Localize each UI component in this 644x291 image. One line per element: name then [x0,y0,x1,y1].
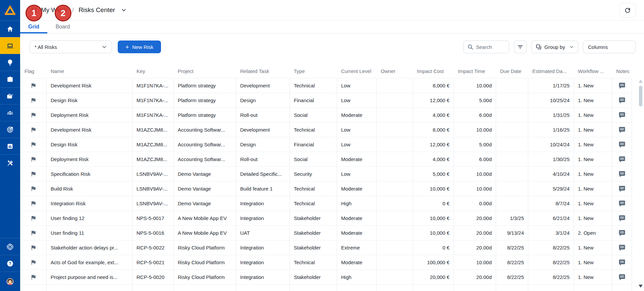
column-header-workflow[interactable]: Workflow ... [574,68,612,74]
cell-current-level: Moderate [337,181,377,196]
filter-button[interactable] [514,41,527,53]
notes-cell[interactable] [612,123,632,137]
table-row[interactable]: User finding 11NPS-5-0016A New Mobile Ap… [20,225,632,240]
sidebar-item-projects[interactable] [0,87,20,104]
cell-key: NPS-5-0017 [132,211,174,225]
table-row[interactable]: Acts of God for example, ext...RCP-5-002… [20,255,632,270]
flag-cell[interactable] [20,270,47,284]
cell-related-task: Integration [236,196,290,211]
flag-icon [30,127,37,133]
sidebar-item-my-work[interactable] [0,37,20,54]
column-header-name[interactable]: Name [47,68,132,74]
column-header-related-task[interactable]: Related Task [236,68,290,74]
flag-cell[interactable] [20,78,47,93]
sidebar-item-profile[interactable] [0,272,20,291]
cell-empty [236,285,290,291]
table-row[interactable]: Integration RiskLSNBV9AV-...Demo Vantage… [20,196,632,211]
column-header-project[interactable]: Project [174,68,236,74]
notes-cell[interactable] [612,108,632,122]
app-logo-icon[interactable] [0,0,20,20]
search-input[interactable]: Search [463,41,509,53]
sidebar-item-portfolio[interactable] [0,71,20,87]
column-header-type[interactable]: Type [290,68,337,74]
notes-cell[interactable] [612,270,632,284]
tab-grid[interactable]: Grid [20,20,47,33]
cell-impact-time: 20.00d [454,211,496,225]
columns-button[interactable]: Columns [583,41,636,53]
column-header-impact-cost[interactable]: Impact Cost [413,68,454,74]
notes-cell[interactable] [612,255,632,270]
flag-cell[interactable] [20,152,47,166]
flag-cell[interactable] [20,137,47,152]
flag-cell[interactable] [20,196,47,211]
notes-cell[interactable] [612,152,632,166]
notes-cell[interactable] [612,240,632,255]
sidebar-item-goals[interactable] [0,121,20,138]
column-header-flag[interactable]: Flag [20,68,47,74]
notes-cell[interactable] [612,181,632,196]
column-header-current-level[interactable]: Current Level [337,68,377,74]
scroll-down-arrow-icon[interactable] [639,285,643,288]
table-row[interactable]: Development RiskM1AZCJM8...Accounting So… [20,122,632,137]
table-row[interactable]: Deployment RiskM1F1N7KA-...Platform stra… [20,107,632,122]
cell-type: Stakeholder [290,270,337,284]
sidebar-item-ideas[interactable] [0,54,20,71]
table-row[interactable]: Stakeholder action delays pr...RCP-5-002… [20,240,632,255]
sidebar-item-help[interactable] [0,255,20,272]
notes-cell[interactable] [612,167,632,181]
risks-filter-select[interactable]: * All Risks [30,41,112,53]
refresh-button[interactable] [619,3,636,17]
notes-cell[interactable] [612,211,632,225]
note-bubble-icon [618,155,626,163]
scrollbar-thumb[interactable] [639,86,642,106]
flag-cell[interactable] [20,93,47,107]
sidebar-item-settings[interactable] [0,238,20,255]
flag-cell[interactable] [20,255,47,270]
column-header-impact-time[interactable]: Impact Time [454,68,496,74]
notes-cell[interactable] [612,196,632,211]
columns-label: Columns [588,44,608,50]
sidebar-item-reports[interactable] [0,138,20,154]
cell-workflow: 1. New [574,240,612,255]
column-header-owner[interactable]: Owner [377,68,413,74]
flag-cell[interactable] [20,108,47,122]
question-icon [6,260,14,267]
new-risk-button[interactable]: + New Risk [118,41,161,53]
chevron-down-icon[interactable] [121,7,126,13]
table-row[interactable]: User finding 12NPS-5-0017A New Mobile Ap… [20,211,632,225]
table-row[interactable]: Project purpose and need is...RCP-5-0020… [20,270,632,284]
table-row[interactable]: Development RiskM1F1N7KA-...Platform str… [20,78,632,93]
notes-cell[interactable] [612,226,632,240]
table-row[interactable]: Build RiskLSNBV9AV-...Demo VantageBuild … [20,181,632,196]
flag-cell[interactable] [20,240,47,255]
scroll-up-arrow-icon[interactable] [639,80,643,83]
flag-cell[interactable] [20,226,47,240]
sidebar-item-tools[interactable] [0,154,20,171]
table-row[interactable]: Specification RiskLSNBV9AV-...Demo Vanta… [20,166,632,181]
column-header-notes[interactable]: Notes [612,68,632,74]
notes-cell[interactable] [612,137,632,152]
cell-project: A New Mobile App EV [174,226,236,240]
cell-current-level: Low [337,93,377,107]
sidebar-item-team[interactable] [0,104,20,121]
column-header-estimated-date[interactable]: Estimated Da... [528,68,574,74]
breadcrumb-risks-center[interactable]: Risks Center [78,6,115,14]
flag-cell[interactable] [20,123,47,137]
flag-cell[interactable] [20,181,47,196]
flag-cell[interactable] [20,167,47,181]
cell-impact-cost: 10,000 € [413,226,454,240]
sidebar-item-home[interactable] [0,20,20,37]
vertical-scrollbar[interactable] [638,64,644,291]
lightbulb-icon [6,59,14,66]
group-by-button[interactable]: Group by [531,41,578,53]
notes-cell[interactable] [612,78,632,93]
cell-impact-time: 5.00d [454,93,496,107]
column-header-key[interactable]: Key [132,68,174,74]
table-row[interactable]: Design RiskM1F1N7KA-...Platform strategy… [20,93,632,107]
table-row[interactable]: Deployment RiskM1AZCJM8...Accounting Sof… [20,152,632,166]
notes-cell[interactable] [612,93,632,107]
table-row[interactable]: Design RiskM1AZCJM8...Accounting Softwar… [20,137,632,152]
flag-cell[interactable] [20,211,47,225]
column-header-due-date[interactable]: Due Date [496,68,528,74]
tab-board[interactable]: Board [47,20,78,33]
